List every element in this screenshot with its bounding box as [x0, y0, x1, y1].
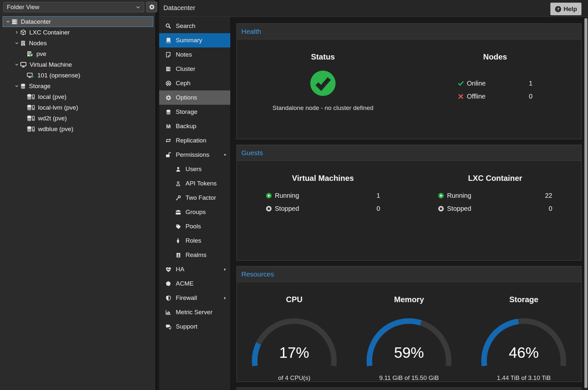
storage-detail: 1.44 TiB of 3.10 TiB: [467, 374, 581, 382]
note-icon: [164, 52, 172, 58]
menu-item-ha[interactable]: HA: [159, 262, 230, 276]
menu-item-users[interactable]: Users: [159, 162, 230, 176]
menu-item-realms[interactable]: Realms: [159, 248, 230, 262]
resources-panel-title: Resources: [241, 270, 274, 278]
search-icon: [164, 23, 172, 29]
cpu-usage-percent: 17%: [249, 344, 340, 361]
heartbeat-icon: [164, 266, 172, 273]
health-panel: Health Status Standalone node - no clust…: [236, 23, 582, 139]
view-mode-value: Folder View: [7, 4, 39, 11]
nodes-heading: Nodes: [409, 52, 581, 61]
menu-item-search[interactable]: Search: [159, 19, 230, 33]
resource-tree: Datacenter LXC Container Nodes pve Virtu…: [0, 16, 153, 134]
menu-item-permissions[interactable]: Permissions: [159, 148, 230, 162]
menu-item-firewall[interactable]: Firewall: [159, 291, 230, 305]
tree-item-label: wdblue (pve): [38, 126, 73, 133]
tree-settings-button[interactable]: [146, 2, 157, 12]
menu-item-api-tokens[interactable]: API Tokens: [159, 176, 230, 191]
status-column: Status Standalone node - no cluster defi…: [237, 39, 409, 139]
lxc-heading: LXC Container: [409, 174, 581, 183]
health-panel-title: Health: [241, 28, 261, 35]
tree-item-label: wd2t (pve): [38, 115, 67, 122]
user-icon: [174, 167, 182, 172]
user-outline-icon: [174, 181, 182, 186]
tree-item-storage-local-lvm[interactable]: local-lvm (pve): [0, 102, 153, 113]
ceph-icon: [164, 80, 172, 87]
menu-item-roles[interactable]: Roles: [159, 234, 230, 248]
tree-item-label: Nodes: [29, 40, 47, 47]
caret-right-icon: [223, 267, 227, 272]
help-button-label: Help: [564, 6, 577, 13]
tree-item-datacenter[interactable]: Datacenter: [3, 16, 153, 27]
lxc-running-count: 22: [545, 192, 552, 199]
cluster-icon: [164, 66, 172, 72]
menu-item-groups[interactable]: Groups: [159, 205, 230, 219]
online-count: 1: [529, 80, 532, 87]
gear-icon: [149, 4, 155, 10]
nodes-online-row: Online 1: [458, 80, 532, 87]
content-scrollbar[interactable]: [584, 17, 588, 390]
tree-item-storage[interactable]: Storage: [0, 81, 153, 91]
desktop-icon: [20, 61, 27, 68]
tree-item-label: local (pve): [38, 93, 67, 101]
tree-item-pve[interactable]: pve: [0, 48, 153, 59]
sync-icon: [164, 138, 172, 143]
tree-item-nodes[interactable]: Nodes: [0, 38, 153, 48]
cpu-gauge: 17%: [249, 315, 340, 369]
person-icon: [174, 238, 182, 243]
database-drive-icon: [27, 126, 35, 132]
help-button[interactable]: Help: [550, 3, 582, 15]
vm-running-row: Running 1: [266, 192, 380, 199]
menu-item-two-factor[interactable]: Two Factor: [159, 191, 230, 205]
menu-item-cluster[interactable]: Cluster: [159, 62, 230, 76]
menu-item-metric-server[interactable]: Metric Server: [159, 305, 230, 319]
memory-gauge: 59%: [364, 315, 454, 369]
menu-item-pools[interactable]: Pools: [159, 219, 230, 234]
menu-item-ceph[interactable]: Ceph: [159, 76, 230, 90]
database-drive-icon: [27, 115, 35, 121]
address-book-icon: [174, 252, 182, 258]
play-circle-icon: [266, 193, 272, 199]
lxc-stopped-row: Stopped 0: [438, 205, 552, 212]
guests-panel-header: Guests: [237, 145, 581, 161]
cpu-detail: of 4 CPU(s): [237, 374, 352, 382]
lxc-column: LXC Container Running 22 Stopped 0: [409, 161, 581, 260]
next-panel-stub: [236, 387, 582, 390]
tree-item-storage-wdblue[interactable]: wdblue (pve): [0, 124, 153, 134]
status-message: Standalone node - no cluster defined: [237, 104, 409, 112]
view-mode-select[interactable]: Folder View: [3, 2, 144, 12]
tree-item-storage-local[interactable]: local (pve): [0, 91, 153, 102]
nodes-offline-row: Offline 0: [458, 93, 532, 100]
memory-usage-percent: 59%: [364, 344, 454, 361]
guests-panel: Guests Virtual Machines Running 1 Stoppe…: [236, 145, 582, 261]
cpu-gauge-column: CPU 17% of 4 CPU(s): [237, 282, 352, 382]
menu-item-notes[interactable]: Notes: [159, 47, 230, 62]
scrollbar-thumb[interactable]: [584, 18, 587, 388]
key-icon: [174, 195, 182, 201]
tree-item-storage-wd2t[interactable]: wd2t (pve): [0, 113, 153, 124]
menu-item-options[interactable]: Options: [159, 90, 230, 105]
tree-item-vm-101[interactable]: 101 (opnsense): [0, 70, 153, 81]
memory-heading: Memory: [352, 295, 466, 304]
times-icon: [458, 93, 464, 100]
expander-right-icon[interactable]: [13, 30, 20, 35]
menu-item-replication[interactable]: Replication: [159, 133, 230, 148]
vm-column: Virtual Machines Running 1 Stopped 0: [237, 161, 409, 260]
vm-running-count: 1: [377, 192, 380, 199]
tree-item-label: Virtual Machine: [30, 61, 72, 68]
menu-item-summary[interactable]: Summary: [159, 33, 230, 47]
expander-down-icon[interactable]: [13, 84, 20, 88]
expander-down-icon[interactable]: [4, 19, 11, 24]
expander-down-icon[interactable]: [13, 62, 20, 67]
menu-item-support[interactable]: Support: [159, 319, 230, 334]
server-icon: [11, 19, 18, 25]
memory-gauge-column: Memory 59% 9.11 GiB of 15.50 GiB: [352, 282, 466, 382]
tree-item-virtual-machine[interactable]: Virtual Machine: [0, 59, 153, 70]
users-icon: [174, 209, 182, 215]
expander-down-icon[interactable]: [13, 41, 20, 46]
tree-item-lxc-container[interactable]: LXC Container: [0, 27, 153, 38]
menu-item-backup[interactable]: Backup: [159, 119, 230, 133]
menu-item-acme[interactable]: ACME: [159, 276, 230, 291]
menu-item-storage[interactable]: Storage: [159, 105, 230, 119]
tree-item-label: LXC Container: [29, 29, 70, 36]
